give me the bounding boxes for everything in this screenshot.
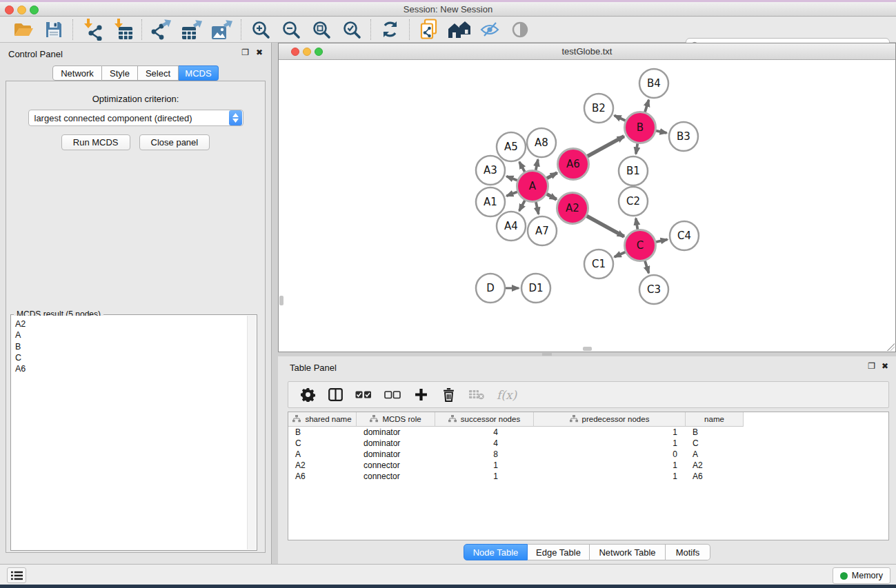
table-cell[interactable]: 1 — [534, 460, 686, 471]
float-panel-icon[interactable]: ❐ — [241, 48, 249, 57]
add-column-icon[interactable] — [413, 387, 428, 403]
table-cell[interactable]: dominator — [357, 427, 435, 438]
graph-node-label: A5 — [504, 141, 518, 153]
table-cell[interactable]: A — [288, 449, 357, 460]
table-row[interactable]: A6connector11A6 — [288, 471, 888, 482]
table-cell[interactable]: 1 — [534, 427, 686, 438]
tab-style[interactable]: Style — [102, 65, 138, 81]
tab-mcds[interactable]: MCDS — [179, 65, 219, 81]
column-header-shared-name[interactable]: shared name — [288, 412, 357, 427]
window-resize-grip[interactable] — [887, 343, 895, 351]
run-mcds-button[interactable]: Run MCDS — [61, 134, 130, 150]
column-header-successor-nodes[interactable]: successor nodes — [435, 412, 534, 427]
result-list-scrollbar[interactable] — [247, 316, 256, 549]
import-network-icon[interactable] — [79, 18, 105, 41]
column-header-predecessor-nodes[interactable]: predecessor nodes — [534, 412, 686, 427]
graph-node-label: C2 — [626, 195, 640, 207]
table-cell[interactable]: 1 — [435, 471, 534, 482]
table-cell[interactable]: connector — [357, 471, 435, 482]
show-all-networks-icon[interactable] — [446, 18, 472, 41]
table-cell[interactable]: 4 — [435, 438, 534, 449]
graph-node-label: C4 — [677, 230, 691, 242]
column-header-name[interactable]: name — [686, 412, 744, 427]
result-list-item[interactable]: C — [15, 352, 247, 363]
table-row[interactable]: Cdominator41C — [288, 438, 888, 449]
zoom-selected-icon[interactable] — [339, 18, 364, 41]
table-row[interactable]: Bdominator41B — [288, 427, 888, 438]
column-header-MCDS-role[interactable]: MCDS role — [357, 412, 435, 427]
result-list-item[interactable]: B — [15, 341, 247, 352]
export-network-icon[interactable] — [148, 18, 174, 41]
table-cell[interactable]: C — [686, 438, 744, 449]
table-cell[interactable]: dominator — [357, 449, 435, 460]
save-session-icon[interactable] — [41, 18, 66, 41]
zoom-in-icon[interactable] — [248, 18, 273, 41]
network-view-window: testGlobe.txt B4B2BB3A8A5A6A3B1AA1C2A2A4… — [278, 43, 896, 352]
new-network-from-selection-icon[interactable] — [416, 18, 441, 41]
tab-network-table[interactable]: Network Table — [590, 544, 666, 560]
table-panel-tabs: Node TableEdge TableNetwork TableMotifs — [278, 544, 896, 560]
tab-network[interactable]: Network — [52, 65, 102, 81]
table-cell[interactable]: B — [288, 427, 357, 438]
table-cell[interactable]: C — [288, 438, 357, 449]
tab-node-table[interactable]: Node Table — [464, 544, 528, 560]
graph-node-label: C — [637, 239, 644, 252]
table-cell[interactable]: 1 — [435, 460, 534, 471]
result-list-item[interactable]: A6 — [15, 363, 247, 374]
close-panel-icon[interactable]: ✖ — [256, 48, 263, 57]
main-toolbar — [0, 17, 896, 43]
zoom-fit-icon[interactable] — [308, 18, 334, 41]
network-window-titlebar[interactable]: testGlobe.txt — [279, 43, 895, 60]
optimization-criterion-dropdown[interactable]: largest connected component (directed) — [28, 110, 243, 126]
table-cell[interactable]: dominator — [357, 438, 435, 449]
delete-column-icon[interactable] — [441, 387, 456, 403]
export-image-icon[interactable] — [209, 18, 235, 41]
tab-select[interactable]: Select — [138, 65, 179, 81]
mcds-tab-content: Optimization criterion: largest connecte… — [6, 81, 266, 553]
zoom-out-icon[interactable] — [278, 18, 303, 41]
graph-node-label: C3 — [647, 283, 661, 296]
table-cell[interactable]: 8 — [435, 449, 534, 460]
result-list-item[interactable]: A — [15, 330, 247, 341]
import-table-icon[interactable] — [110, 18, 135, 41]
show-columns-icon[interactable] — [328, 387, 343, 403]
tab-edge-table[interactable]: Edge Table — [528, 544, 590, 560]
table-row[interactable]: Adominator80A — [288, 449, 888, 460]
task-history-button[interactable] — [7, 567, 26, 583]
control-panel: Control Panel ❐ ✖ NetworkStyleSelectMCDS… — [0, 43, 272, 564]
close-panel-button[interactable]: Close panel — [139, 134, 210, 150]
table-row[interactable]: A2connector11A2 — [288, 460, 888, 471]
memory-button[interactable]: Memory — [833, 567, 890, 584]
table-cell[interactable]: A6 — [686, 471, 744, 482]
table-cell[interactable]: A2 — [288, 460, 357, 471]
vertical-scrollbar-thumb[interactable] — [279, 296, 283, 305]
function-builder-icon[interactable]: f(x) — [497, 387, 517, 403]
table-cell[interactable]: 4 — [435, 427, 534, 438]
deselect-all-icon[interactable] — [384, 387, 401, 403]
horizontal-scrollbar-thumb[interactable] — [583, 347, 592, 351]
splitter-handle-icon[interactable] — [542, 353, 552, 356]
tab-motifs[interactable]: Motifs — [666, 544, 710, 560]
delete-table-icon[interactable] — [468, 387, 484, 403]
show-selection-icon[interactable] — [507, 18, 532, 41]
table-options-gear-icon[interactable] — [300, 387, 315, 403]
network-view-canvas[interactable]: B4B2BB3A8A5A6A3B1AA1C2A2A4A7C4CC1C3DD1 — [279, 60, 895, 352]
table-cell[interactable]: A2 — [686, 460, 744, 471]
table-cell[interactable]: connector — [357, 460, 435, 471]
result-list-item[interactable]: A2 — [15, 318, 247, 330]
float-table-panel-icon[interactable]: ❐ — [868, 362, 875, 370]
table-cell[interactable]: B — [686, 427, 744, 438]
close-table-panel-icon[interactable]: ✖ — [882, 362, 888, 370]
export-table-icon[interactable] — [179, 18, 204, 41]
refresh-layout-icon[interactable] — [377, 18, 403, 41]
table-cell[interactable]: 1 — [534, 438, 686, 449]
tree-sort-icon — [570, 415, 578, 424]
hide-selection-icon[interactable] — [477, 18, 502, 41]
open-file-icon[interactable] — [10, 18, 36, 41]
table-cell[interactable]: 0 — [534, 449, 686, 460]
table-cell[interactable]: A — [686, 449, 744, 460]
table-cell[interactable]: 1 — [534, 471, 686, 482]
select-all-icon[interactable] — [355, 387, 372, 403]
network-graph[interactable]: B4B2BB3A8A5A6A3B1AA1C2A2A4A7C4CC1C3DD1 — [279, 60, 895, 352]
table-cell[interactable]: A6 — [288, 471, 357, 482]
